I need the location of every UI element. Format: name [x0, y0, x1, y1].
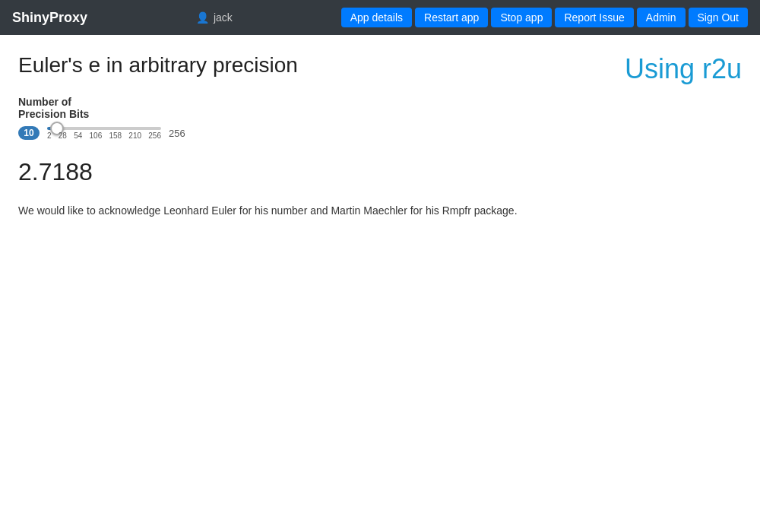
slider-ticks: 2 28 54 106 158 210 256 — [47, 131, 161, 140]
slider-label: Number of Precision Bits — [18, 96, 742, 120]
slider-max-value: 256 — [169, 128, 185, 139]
sign-out-button[interactable]: Sign Out — [689, 8, 748, 27]
tick-256: 256 — [148, 131, 161, 140]
tick-2: 2 — [47, 131, 52, 140]
euler-result: 2.7188 — [18, 158, 742, 186]
navbar-buttons: App details Restart app Stop app Report … — [341, 8, 748, 27]
username-label: jack — [214, 11, 233, 24]
tick-158: 158 — [109, 131, 122, 140]
slider-label-line2: Precision Bits — [18, 108, 89, 120]
tick-28: 28 — [59, 131, 67, 140]
slider-current-value: 10 — [18, 126, 40, 140]
slider-wrapper: 2 28 54 106 158 210 256 — [47, 127, 161, 140]
stop-app-button[interactable]: Stop app — [491, 8, 552, 27]
slider-section: Number of Precision Bits 10 2 28 54 106 … — [18, 96, 742, 140]
using-r2u-label: Using r2u — [625, 53, 742, 85]
navbar-user: 👤 jack — [196, 11, 233, 24]
app-details-button[interactable]: App details — [341, 8, 412, 27]
slider-row: 10 2 28 54 106 158 210 256 256 — [18, 126, 742, 140]
brand-logo[interactable]: ShinyProxy — [12, 10, 87, 26]
admin-button[interactable]: Admin — [637, 8, 686, 27]
user-icon: 👤 — [196, 11, 209, 24]
slider-label-line1: Number of — [18, 96, 71, 108]
report-issue-button[interactable]: Report Issue — [555, 8, 633, 27]
acknowledgement-text: We would like to acknowledge Leonhard Eu… — [18, 204, 742, 217]
tick-106: 106 — [90, 131, 103, 140]
navbar: ShinyProxy 👤 jack App details Restart ap… — [0, 0, 760, 35]
navbar-center: 👤 jack — [196, 11, 233, 24]
tick-210: 210 — [128, 131, 141, 140]
main-content: Euler's e in arbitrary precision Using r… — [0, 35, 760, 235]
restart-app-button[interactable]: Restart app — [415, 8, 488, 27]
tick-54: 54 — [74, 131, 82, 140]
precision-slider[interactable] — [47, 127, 161, 130]
